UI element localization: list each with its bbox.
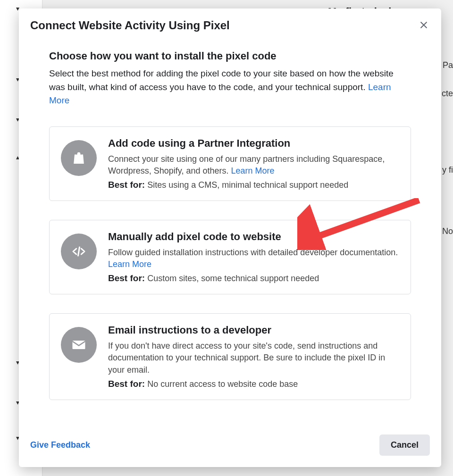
option-desc-text: Follow guided installation instructions … — [108, 248, 398, 257]
give-feedback-link[interactable]: Give Feedback — [30, 440, 90, 450]
intro-heading: Choose how you want to install the pixel… — [49, 50, 411, 62]
modal-backdrop: Connect Website Activity Using Pixel Cho… — [0, 0, 453, 476]
option-best-for: Best for: Custom sites, some technical s… — [108, 273, 399, 284]
best-for-text: Sites using a CMS, minimal technical sup… — [145, 180, 348, 190]
modal-header: Connect Website Activity Using Pixel — [19, 8, 441, 36]
option-desc-text: If you don't have direct access to your … — [108, 341, 385, 374]
best-for-text: No current access to website code base — [145, 379, 298, 389]
best-for-text: Custom sites, some technical support nee… — [145, 274, 319, 283]
best-for-label: Best for: — [108, 180, 145, 190]
option-description: If you don't have direct access to your … — [108, 340, 399, 376]
modal-title: Connect Website Activity Using Pixel — [30, 19, 230, 32]
best-for-label: Best for: — [108, 273, 145, 283]
code-icon — [61, 234, 97, 269]
option-title: Manually add pixel code to website — [108, 231, 399, 243]
shopping-bag-icon — [61, 140, 97, 176]
option-best-for: Best for: No current access to website c… — [108, 379, 399, 389]
option-email-developer[interactable]: Email instructions to a developer If you… — [49, 313, 411, 400]
intro-description-text: Select the best method for adding the pi… — [49, 68, 394, 92]
option-content: Add code using a Partner Integration Con… — [108, 137, 399, 190]
option-learn-more-link[interactable]: Learn More — [231, 166, 274, 175]
option-description: Connect your site using one of our many … — [108, 153, 399, 177]
best-for-label: Best for: — [108, 379, 145, 389]
option-best-for: Best for: Sites using a CMS, minimal tec… — [108, 180, 399, 190]
option-learn-more-link[interactable]: Learn More — [108, 259, 151, 269]
option-description: Follow guided installation instructions … — [108, 247, 399, 270]
modal-footer: Give Feedback Cancel — [19, 425, 441, 467]
option-partner-integration[interactable]: Add code using a Partner Integration Con… — [49, 126, 411, 201]
connect-pixel-modal: Connect Website Activity Using Pixel Cho… — [19, 8, 441, 467]
option-content: Manually add pixel code to website Follo… — [108, 231, 399, 284]
modal-body: Choose how you want to install the pixel… — [19, 36, 441, 425]
cancel-button[interactable]: Cancel — [379, 434, 430, 456]
option-title: Add code using a Partner Integration — [108, 137, 399, 150]
close-button[interactable] — [418, 19, 430, 31]
mail-icon — [61, 327, 97, 363]
option-manual-code[interactable]: Manually add pixel code to website Follo… — [49, 220, 411, 294]
intro-description: Select the best method for adding the pi… — [49, 67, 411, 108]
option-title: Email instructions to a developer — [108, 324, 399, 336]
close-icon — [419, 20, 428, 30]
option-content: Email instructions to a developer If you… — [108, 324, 399, 389]
